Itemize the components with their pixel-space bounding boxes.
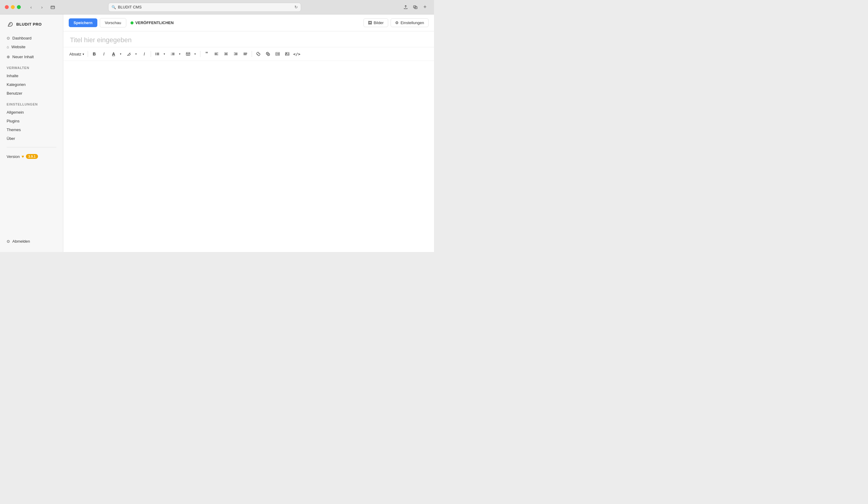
svg-rect-21 [215, 53, 218, 53]
svg-rect-30 [244, 53, 247, 53]
sidebar-plugins-label: Plugins [7, 119, 20, 123]
sidebar-item-benutzer[interactable]: Benutzer [0, 89, 63, 98]
justify-button[interactable] [241, 50, 250, 58]
svg-rect-31 [244, 54, 247, 54]
unlink-button[interactable] [264, 50, 272, 58]
paragraph-selector[interactable]: Absatz ▾ [68, 50, 86, 58]
svg-rect-26 [224, 54, 228, 55]
sidebar-item-logout[interactable]: ⊙ Abmelden [0, 237, 63, 246]
reload-button[interactable]: ↻ [294, 5, 298, 9]
title-area [63, 31, 434, 47]
sidebar-website-label: Website [11, 45, 25, 49]
ul-group: ▾ [153, 50, 167, 58]
sidebar-item-ueber[interactable]: Über [0, 134, 63, 143]
heart-icon: ♥ [21, 154, 24, 159]
table-button[interactable] [184, 50, 193, 58]
address-bar[interactable]: 🔍 BLUDIT CMS ↻ [108, 3, 301, 12]
sidebar-item-dashboard[interactable]: ⊙ Dashboard [0, 34, 63, 42]
align-right-button[interactable] [231, 50, 240, 58]
sidebar-divider [7, 147, 56, 147]
editor-toolbar: Absatz ▾ B I A ▾ [63, 47, 434, 61]
title-input[interactable] [70, 36, 427, 44]
settings-button[interactable]: ⚙ Einstellungen [391, 18, 428, 27]
svg-rect-28 [235, 54, 238, 54]
fullscreen-toggle[interactable] [49, 3, 57, 11]
highlight-button[interactable] [124, 50, 134, 58]
settings-label: Einstellungen [401, 21, 424, 25]
svg-point-41 [286, 53, 287, 54]
images-button[interactable]: 🖼 Bilder [363, 18, 388, 27]
text-color-group: A ▾ [109, 50, 123, 58]
bold-button[interactable]: B [90, 50, 99, 58]
svg-rect-29 [234, 54, 238, 55]
close-button[interactable] [5, 5, 9, 9]
align-center-button[interactable] [221, 50, 230, 58]
blockquote-button[interactable]: " [202, 50, 211, 58]
forward-button[interactable]: › [38, 3, 46, 11]
publish-dot [131, 21, 134, 24]
minimize-button[interactable] [11, 5, 15, 9]
app-container: BLUDIT PRO ⊙ Dashboard ⌂ Website ⊕ Neuer… [0, 14, 434, 252]
svg-point-5 [156, 53, 156, 53]
svg-point-7 [156, 54, 156, 55]
ol-arrow[interactable]: ▾ [177, 50, 182, 58]
italic-button[interactable]: I [100, 50, 108, 58]
svg-rect-23 [215, 54, 218, 55]
sidebar-benutzer-label: Benutzer [7, 91, 22, 95]
ordered-list-button[interactable]: 1. 2. 3. [168, 50, 177, 58]
sidebar: BLUDIT PRO ⊙ Dashboard ⌂ Website ⊕ Neuer… [0, 14, 63, 252]
special-char-button[interactable] [273, 50, 282, 58]
browser-actions: + [402, 3, 429, 11]
svg-rect-9 [157, 54, 159, 54]
preview-button[interactable]: Vorschau [100, 18, 126, 28]
editor-body[interactable] [63, 61, 434, 252]
new-tab-button[interactable]: + [421, 3, 429, 11]
save-button[interactable]: Speichern [69, 18, 97, 27]
add-tab-button[interactable] [411, 3, 420, 11]
toolbar-right: 🖼 Bilder ⚙ Einstellungen [363, 18, 428, 27]
svg-line-4 [130, 53, 130, 53]
link-button[interactable] [254, 50, 263, 58]
browser-chrome: ‹ › 🔍 BLUDIT CMS ↻ + [0, 0, 434, 14]
maximize-button[interactable] [17, 5, 21, 9]
sidebar-item-new-content[interactable]: ⊕ Neuer Inhalt [0, 52, 63, 61]
sidebar-item-allgemein[interactable]: Allgemein [0, 108, 63, 117]
ul-arrow[interactable]: ▾ [162, 50, 167, 58]
code-button[interactable]: </> [292, 50, 301, 58]
dashboard-icon: ⊙ [7, 36, 10, 40]
table-arrow[interactable]: ▾ [193, 50, 198, 58]
sidebar-item-website[interactable]: ⌂ Website [0, 42, 63, 51]
version-row: Version ♥ 3.9.1 [0, 152, 63, 161]
sidebar-logout-label: Abmelden [12, 239, 30, 244]
image-insert-button[interactable] [283, 50, 292, 58]
settings-icon: ⚙ [395, 21, 399, 25]
text-color-arrow[interactable]: ▾ [118, 50, 123, 58]
text-color-button[interactable]: A [109, 50, 118, 58]
align-left-button[interactable] [212, 50, 221, 58]
version-label: Version [7, 154, 20, 159]
website-icon: ⌂ [7, 45, 9, 49]
svg-rect-0 [51, 6, 54, 9]
sidebar-section-einstellungen: EINSTELLUNGEN [0, 98, 63, 108]
sidebar-ueber-label: Über [7, 136, 15, 141]
new-content-icon: ⊕ [7, 54, 10, 59]
share-button[interactable] [402, 3, 410, 11]
publish-indicator: VERÖFFENTLICHEN [131, 21, 174, 25]
italic-button-2[interactable]: I [140, 50, 149, 58]
unordered-list-button[interactable] [153, 50, 162, 58]
sidebar-inhalte-label: Inhalte [7, 74, 18, 78]
traffic-lights [5, 5, 21, 9]
brand-name: BLUDIT PRO [16, 22, 42, 27]
brand-icon [7, 21, 14, 28]
back-button[interactable]: ‹ [27, 3, 35, 11]
svg-rect-22 [215, 54, 217, 54]
sidebar-item-plugins[interactable]: Plugins [0, 117, 63, 125]
sidebar-item-kategorien[interactable]: Kategorien [0, 80, 63, 89]
svg-rect-27 [234, 53, 238, 53]
highlight-arrow[interactable]: ▾ [134, 50, 138, 58]
sidebar-item-themes[interactable]: Themes [0, 125, 63, 134]
address-text: BLUDIT CMS [118, 5, 142, 9]
highlight-color-group: ▾ [124, 50, 138, 58]
sidebar-item-inhalte[interactable]: Inhalte [0, 71, 63, 80]
top-toolbar: Speichern Vorschau VERÖFFENTLICHEN 🖼 Bil… [63, 14, 434, 31]
